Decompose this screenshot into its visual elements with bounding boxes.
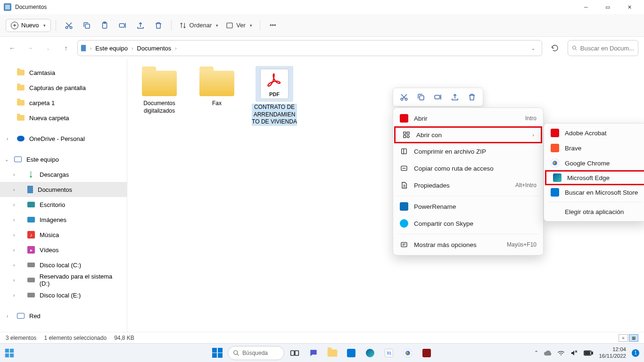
back-button[interactable]: ← (6, 41, 19, 55)
paste-button[interactable] (97, 17, 113, 33)
address-dropdown[interactable]: ⌄ (528, 46, 539, 51)
view-button[interactable]: Ver ▾ (223, 19, 255, 32)
rename-button[interactable] (115, 17, 131, 33)
folder-documentos-digitalizados[interactable]: Documentos digitalizados (137, 66, 182, 126)
notification-badge[interactable]: 1 (632, 349, 639, 357)
tray-battery[interactable] (584, 350, 593, 356)
menu-separator (398, 196, 538, 196)
search-input[interactable]: Buscar en Docum... (568, 40, 638, 56)
folder-fax[interactable]: Fax (194, 66, 239, 126)
sidebar-documents[interactable]: ›Documentos (0, 182, 127, 197)
tray-volume[interactable] (570, 350, 578, 356)
submenu-adobe[interactable]: Adobe Acrobat (544, 125, 644, 140)
sidebar-disk-e[interactable]: ›Disco local (E:) (0, 288, 127, 303)
share-icon (451, 93, 459, 101)
mini-share-button[interactable] (447, 90, 463, 105)
sidebar-folder-camtasia[interactable]: Camtasia (0, 65, 127, 80)
sidebar-images[interactable]: ›Imágenes (0, 212, 127, 227)
submenu-edge[interactable]: Microsoft Edge (545, 170, 644, 185)
breadcrumb-root[interactable]: Este equipo (95, 45, 128, 52)
menu-show-more[interactable]: Mostrar más opciones Mayús+F10 (393, 236, 543, 253)
mini-cut-button[interactable] (396, 90, 412, 105)
copy-button[interactable] (79, 17, 95, 33)
sidebar-videos[interactable]: ›▸Vídeos (0, 242, 127, 257)
close-button[interactable]: ✕ (619, 0, 640, 14)
taskbar-explorer[interactable] (324, 345, 341, 362)
menu-compress[interactable]: Comprimir en archivo ZIP (393, 143, 543, 160)
refresh-button[interactable] (547, 40, 563, 56)
menu-label: Comprimir en archivo ZIP (414, 148, 486, 155)
taskbar-calendar[interactable]: 31 (380, 345, 397, 362)
more-button[interactable]: ••• (265, 17, 281, 33)
toolbar-separator (171, 20, 172, 31)
details-view-button[interactable]: ≡ (619, 334, 628, 342)
menu-label: Abrir con (416, 132, 442, 139)
sidebar-quick-access: Camtasia Capturas de pantalla carpeta 1 … (0, 65, 127, 125)
submenu-choose-another[interactable]: Elegir otra aplicación (544, 204, 644, 219)
minimize-button[interactable]: ─ (575, 0, 597, 14)
taskbar-clock[interactable]: 12:04 16/11/2022 (599, 346, 626, 359)
disk-icon (27, 278, 35, 282)
sidebar-folder-nueva[interactable]: Nueva carpeta (0, 110, 127, 125)
submenu-store[interactable]: Buscar en Microsoft Store (544, 185, 644, 200)
sidebar-disk-c[interactable]: ›Disco local (C:) (0, 257, 127, 272)
menu-copy-path[interactable]: Copiar como ruta de acceso (393, 160, 543, 177)
sidebar-disk-d[interactable]: ›Reservado para el sistema (D:) (0, 272, 127, 288)
menu-shortcut: Intro (525, 115, 537, 122)
file-pane[interactable]: Documentos digitalizados Fax PDF CONTRAT… (127, 59, 644, 332)
forward-button[interactable]: → (24, 41, 37, 55)
taskbar-store[interactable] (343, 345, 360, 362)
menu-powerrename[interactable]: PowerRename (393, 198, 543, 215)
context-menu: Abrir Intro Abrir con › Comprimir en arc… (393, 107, 544, 255)
sort-button[interactable]: Ordenar ▾ (176, 19, 222, 32)
cut-button[interactable] (61, 17, 77, 33)
maximize-button[interactable]: ▭ (597, 0, 619, 14)
battery-icon (584, 350, 593, 356)
tray-wifi[interactable] (557, 350, 565, 356)
menu-label: Compartir con Skype (414, 220, 473, 227)
sidebar-folder-capturas[interactable]: Capturas de pantalla (0, 80, 127, 95)
new-button[interactable]: + Nuevo ▾ (6, 19, 51, 32)
widgets-button[interactable] (0, 344, 19, 362)
taskbar-search[interactable]: Búsqueda (228, 346, 284, 360)
mini-copy-button[interactable] (413, 90, 429, 105)
file-contrato-pdf[interactable]: PDF CONTRATO DE ARRENDAMIENTO DE VIVIEND… (252, 66, 297, 126)
tray-overflow[interactable]: ⌃ (534, 350, 538, 356)
chevron-right-icon: › (13, 172, 15, 177)
sidebar-thispc[interactable]: ⌄Este equipo (0, 152, 127, 167)
submenu-chrome[interactable]: Google Chrome (544, 156, 644, 171)
menu-label: Mostrar más opciones (414, 241, 477, 248)
sidebar-music[interactable]: ›♪Música (0, 227, 127, 242)
taskbar-chat[interactable] (305, 345, 322, 362)
share-button[interactable] (132, 17, 149, 33)
sidebar-onedrive[interactable]: ›OneDrive - Personal (0, 131, 127, 146)
breadcrumb-current[interactable]: Documentos (137, 45, 171, 52)
status-selected: 1 elemento seleccionado (44, 335, 107, 341)
up-button[interactable]: ↑ (59, 41, 73, 55)
sidebar-network[interactable]: ›Red (0, 308, 127, 323)
menu-open-with[interactable]: Abrir con › (394, 126, 542, 143)
menu-properties[interactable]: Propiedades Alt+Intro (393, 177, 543, 194)
sidebar-folder-carpeta1[interactable]: carpeta 1 (0, 95, 127, 110)
icons-view-button[interactable]: ▦ (629, 334, 638, 342)
mini-delete-button[interactable] (464, 90, 480, 105)
taskbar-app-unknown[interactable] (418, 345, 435, 362)
taskbar-edge[interactable] (362, 345, 379, 362)
svg-rect-25 (295, 351, 299, 355)
mini-rename-button[interactable] (430, 90, 446, 105)
delete-button[interactable] (150, 17, 166, 33)
taskbar-chrome[interactable] (399, 345, 416, 362)
task-view-button[interactable] (286, 345, 303, 362)
sidebar-downloads[interactable]: ›⭣Descargas (0, 167, 127, 182)
submenu-brave[interactable]: Brave (544, 140, 644, 156)
address-bar[interactable]: › Este equipo › Documentos › ⌄ (77, 40, 542, 56)
menu-skype[interactable]: Compartir con Skype (393, 215, 543, 232)
recent-button[interactable]: ⌄ (41, 41, 55, 55)
sidebar-item-label: OneDrive - Personal (29, 135, 85, 142)
start-button[interactable] (209, 345, 226, 362)
chat-icon (309, 348, 318, 358)
sidebar-item-label: Nueva carpeta (29, 115, 69, 122)
sidebar-desktop[interactable]: ›Escritorio (0, 197, 127, 212)
tray-onedrive[interactable] (544, 350, 552, 356)
menu-open[interactable]: Abrir Intro (393, 110, 543, 127)
